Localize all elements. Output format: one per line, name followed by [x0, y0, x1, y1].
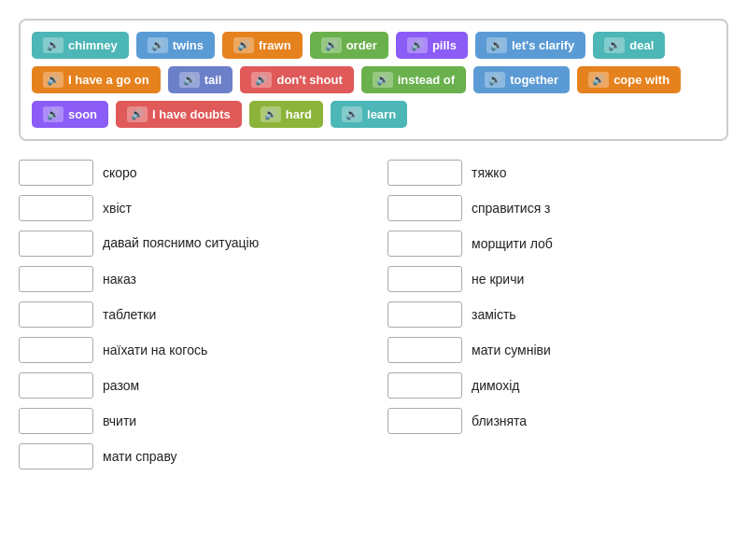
match-row-match-tyazhko: тяжко [388, 160, 728, 186]
match-left-column: скорохвістдавай пояснимо ситуаціюнаказта… [19, 160, 359, 469]
word-btn-dont-shout[interactable]: 🔊don't shout [240, 66, 353, 93]
match-row-match-blyznyata: близнята [388, 408, 728, 434]
word-btn-frawn[interactable]: 🔊frawn [222, 32, 303, 59]
speaker-icon: 🔊 [43, 72, 63, 88]
match-label-match-ne-krychy: не кричи [472, 272, 524, 287]
speaker-icon: 🔊 [588, 72, 609, 88]
match-label-match-khvist: хвіст [103, 201, 132, 216]
speaker-icon: 🔊 [321, 37, 342, 53]
match-label-match-blyznyata: близнята [472, 413, 527, 428]
word-btn-instead-of[interactable]: 🔊instead of [361, 66, 466, 93]
word-btn-together[interactable]: 🔊together [473, 66, 570, 93]
match-label-match-zamist: замість [472, 307, 516, 322]
word-btn-chimney[interactable]: 🔊chimney [32, 32, 129, 59]
match-input-match-ne-krychy[interactable] [388, 266, 462, 292]
word-btn-twins[interactable]: 🔊twins [136, 32, 215, 59]
speaker-icon: 🔊 [148, 37, 168, 53]
match-input-match-dymohid[interactable] [388, 372, 462, 399]
match-label-match-tyazhko: тяжко [472, 165, 506, 180]
match-row-match-maty-sumniv: мати сумніви [388, 337, 728, 363]
speaker-icon: 🔊 [342, 106, 362, 122]
speaker-icon: 🔊 [604, 37, 625, 53]
speaker-icon: 🔊 [127, 106, 148, 122]
match-row-match-davai: давай пояснимо ситуацію [19, 231, 359, 257]
word-btn-cope-with[interactable]: 🔊cope with [577, 66, 681, 93]
word-btn-learn[interactable]: 🔊learn [331, 101, 407, 128]
word-btn-i-have-a-go-on[interactable]: 🔊I have a go on [32, 66, 161, 93]
match-label-match-morshchyty: морщити лоб [472, 236, 553, 251]
match-label-match-nakaz: наказ [103, 272, 136, 287]
match-input-match-khvist[interactable] [19, 195, 93, 221]
match-row-match-khvist: хвіст [19, 195, 359, 221]
match-input-match-zamist[interactable] [388, 301, 462, 328]
match-row-match-morshchyty: морщити лоб [388, 231, 728, 257]
match-input-match-nakaz[interactable] [19, 266, 93, 292]
match-input-match-sprava[interactable] [19, 443, 93, 469]
match-label-match-skoro: скоро [103, 165, 137, 180]
match-label-match-spravytys: справитися з [472, 201, 551, 216]
speaker-icon: 🔊 [43, 37, 63, 53]
match-row-match-tabletky: таблетки [19, 301, 359, 328]
match-input-match-davai[interactable] [19, 231, 93, 257]
match-label-match-razom: разом [103, 378, 139, 393]
word-btn-pills[interactable]: 🔊pills [396, 32, 468, 59]
word-btn-deal[interactable]: 🔊deal [593, 32, 665, 59]
match-row-match-razom: разом [19, 372, 359, 399]
match-label-match-davai: давай пояснимо ситуацію [103, 234, 259, 253]
speaker-icon: 🔊 [407, 37, 428, 53]
match-label-match-nahaty: наїхати на когось [103, 343, 207, 357]
match-row-match-vchyty: вчити [19, 408, 359, 434]
match-label-match-dymohid: димохід [472, 378, 520, 393]
match-input-match-tabletky[interactable] [19, 301, 93, 328]
match-row-match-nakaz: наказ [19, 266, 359, 292]
match-grid: скорохвістдавай пояснимо ситуаціюнаказта… [19, 160, 728, 469]
word-btn-lets-clarify[interactable]: 🔊let's clarify [475, 32, 585, 59]
speaker-icon: 🔊 [233, 37, 254, 53]
match-row-match-sprava: мати справу [19, 443, 359, 469]
match-label-match-vchyty: вчити [103, 413, 136, 428]
match-label-match-sprava: мати справу [103, 449, 177, 464]
match-right-column: тяжкосправитися зморщити лобне кричизамі… [388, 160, 728, 469]
match-row-match-zamist: замість [388, 301, 728, 328]
word-btn-tail[interactable]: 🔊tail [168, 66, 233, 93]
match-input-match-razom[interactable] [19, 372, 93, 399]
speaker-icon: 🔊 [485, 72, 505, 88]
match-input-match-nahaty[interactable] [19, 337, 93, 363]
match-input-match-morshchyty[interactable] [388, 231, 462, 257]
match-input-match-skoro[interactable] [19, 160, 93, 186]
word-btn-i-have-doubts[interactable]: 🔊I have doubts [116, 101, 242, 128]
match-row-match-spravytys: справитися з [388, 195, 728, 221]
word-btn-soon[interactable]: 🔊soon [32, 101, 108, 128]
word-bank: 🔊chimney🔊twins🔊frawn🔊order🔊pills🔊let's c… [19, 19, 728, 141]
match-input-match-blyznyata[interactable] [388, 408, 462, 434]
speaker-icon: 🔊 [251, 72, 272, 88]
match-input-match-spravytys[interactable] [388, 195, 462, 221]
speaker-icon: 🔊 [261, 106, 281, 122]
match-row-match-ne-krychy: не кричи [388, 266, 728, 292]
word-btn-hard[interactable]: 🔊hard [249, 101, 323, 128]
speaker-icon: 🔊 [43, 106, 63, 122]
match-input-match-tyazhko[interactable] [388, 160, 462, 186]
word-btn-order[interactable]: 🔊order [310, 32, 388, 59]
speaker-icon: 🔊 [373, 72, 393, 88]
match-input-match-maty-sumniv[interactable] [388, 337, 462, 363]
match-row-match-nahaty: наїхати на когось [19, 337, 359, 363]
match-input-match-vchyty[interactable] [19, 408, 93, 434]
match-row-match-skoro: скоро [19, 160, 359, 186]
speaker-icon: 🔊 [486, 37, 507, 53]
speaker-icon: 🔊 [179, 72, 200, 88]
match-label-match-tabletky: таблетки [103, 307, 156, 322]
match-label-match-maty-sumniv: мати сумніви [472, 343, 551, 357]
match-row-match-dymohid: димохід [388, 372, 728, 399]
